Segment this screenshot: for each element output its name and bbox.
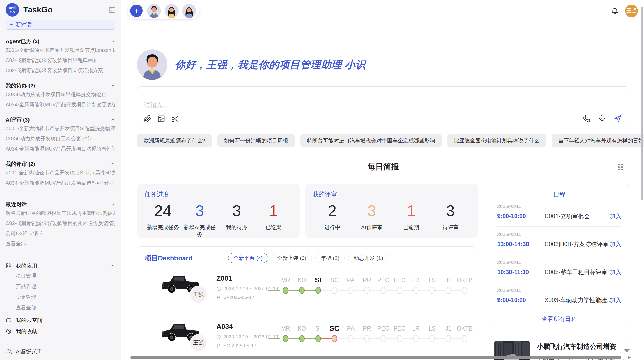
assistant-avatar-3[interactable] (182, 4, 196, 18)
send-icon[interactable] (614, 114, 622, 123)
new-chat-button[interactable]: + 新对话 (6, 20, 115, 30)
suggestion-chip[interactable]: 特朗普可能对进口汽车增税会对中国车企造成哪些影响 (300, 134, 442, 147)
view-all-apps[interactable]: 查看全部... (6, 302, 115, 313)
view-all-schedule-link[interactable]: 查看所有日程 (497, 315, 621, 323)
favorites-badge-icon (6, 328, 12, 334)
stat-in-progress: 2 进行中 (313, 201, 352, 231)
notification-bell-icon[interactable] (611, 7, 619, 15)
cloud-space-icon (6, 317, 12, 323)
insert-image-icon[interactable] (157, 115, 165, 123)
list-item[interactable]: C02-飞腾新能源轻客改款项目里程碑画布 (6, 55, 115, 65)
list-item[interactable]: 公司Q3轻卡销量 (6, 228, 115, 238)
section-header[interactable]: 我的评审 (2) (6, 160, 115, 168)
join-button[interactable]: 加入 (610, 296, 621, 304)
milestone-label: SC (326, 276, 343, 285)
list-item[interactable]: C02-飞腾新能源轻客改款项目的闭环通告反馈情况 (6, 218, 115, 228)
chevron-up-icon[interactable] (110, 39, 115, 44)
flag-icon (216, 343, 221, 348)
milestone-label: SI (310, 324, 326, 333)
project-info: Z001 2023-12-19 ~ 2027-01-19 SI-2025-05-… (216, 275, 278, 300)
filter-model-year[interactable]: 年型 (2) (315, 253, 345, 263)
list-item[interactable]: Z001-全新燃油轻卡产品开发项目SI造型提交物评审 (6, 123, 115, 133)
sidebar-item-cloud-space[interactable]: 我的云空间 (6, 314, 115, 326)
milestone-dot (380, 287, 386, 294)
milestone-label: KO (294, 324, 310, 333)
chevron-up-icon[interactable] (110, 161, 115, 167)
scroll-right-arrow[interactable] (628, 356, 631, 359)
filter-powertrain[interactable]: 动总开发 (1) (348, 253, 388, 263)
app-link-change-mgmt[interactable]: 变更管理 (6, 292, 115, 302)
vertical-scrollbar[interactable] (641, 7, 643, 200)
project-dashboard-card: 项目Dashboard 全新平台 (4) 全新上装 (3) 年型 (2) 动总开… (137, 246, 478, 360)
news-title: 小鹏飞行汽车制造公司增资 (537, 342, 624, 351)
assistant-avatar-1[interactable] (147, 4, 161, 18)
stat-ai-pre-review: 3 AI预评审 (352, 201, 391, 231)
list-item[interactable]: 解释最新出台的欧盟报废车法规再生塑料比例被调至15%... (6, 208, 115, 218)
section-my-review: 我的评审 (2) Z001-全新燃油轻卡产品开发项目SI节点属性5D文件评审 A… (6, 160, 115, 188)
horizontal-scrollbar[interactable] (130, 356, 621, 359)
schedule-item: 2025/03/11 9:00-10:00 X003-车辆动力学性能验... 加… (497, 282, 621, 310)
collapse-sidebar-icon[interactable] (108, 6, 116, 14)
my-reviews-card: 我的评审 2 进行中 3 AI预评审 (305, 184, 478, 238)
list-item[interactable]: C0X4-动力总成开发项目工程变更评审 (6, 133, 115, 144)
list-item[interactable]: Z001-全新燃油轻卡产品开发项目SI节点属性5D文件评审 (6, 168, 115, 178)
section-header[interactable]: Agent已办 (3) (6, 38, 115, 45)
sidebar-item-favorites[interactable]: 我的收藏 (6, 326, 115, 337)
chat-input[interactable] (144, 101, 563, 112)
schedule-time: 9:00-10:00 (497, 213, 538, 220)
milestone-label-current: SI (310, 276, 326, 285)
section-header[interactable]: 最近对话 (6, 201, 115, 208)
app-link-product-mgmt[interactable]: 产品管理 (6, 281, 115, 292)
milestone-dot (380, 335, 386, 342)
add-assistant-button[interactable] (129, 4, 143, 18)
assistant-avatar-2[interactable] (165, 4, 179, 18)
help-write-label: 帮我写作 (16, 359, 37, 360)
section-title: 我的评审 (2) (6, 160, 35, 168)
chevron-up-icon[interactable] (110, 202, 115, 207)
list-item[interactable]: C0X4-动力总成开发项目SI里程碑提交物检查 (6, 89, 115, 99)
plus-icon (133, 7, 140, 14)
stat-value: 3 (218, 201, 255, 221)
filter-new-platform[interactable]: 全新平台 (4) (228, 253, 268, 263)
suggestion-chip[interactable]: 欧洲新规最近颁布了什么? (137, 134, 212, 147)
join-button[interactable]: 加入 (610, 240, 621, 248)
suggestion-chip[interactable]: 当下年轻人对汽车外观有怎样的喜好趋势 (552, 134, 644, 147)
suggestion-chip[interactable]: 如何写一份清晰的项目周报 (217, 134, 295, 147)
project-row-z001[interactable]: 王强 Z001 2023-12-19 ~ 2027-01-19 SI-2025-… (145, 271, 470, 311)
join-button[interactable]: 加入 (610, 268, 621, 276)
list-item[interactable]: A034-全新新能源MUV产品开发项目法规符合性评审 (6, 144, 115, 154)
new-chat-label: 新对话 (16, 21, 32, 28)
scissors-icon[interactable] (171, 115, 179, 123)
list-item[interactable]: C02-飞腾新能源轻客改款项目立项汇报方案 (6, 65, 115, 76)
schedule-time: 10:30-11:30 (497, 269, 538, 276)
join-button[interactable]: 加入 (610, 212, 621, 220)
project-row-a034[interactable]: 王强 A034 2023-12-19 ~ 2026-01-19 SC-2025-… (145, 319, 470, 359)
voice-call-icon[interactable] (582, 114, 590, 123)
list-item[interactable]: Z001-全新燃油皮卡产品开发项目SI节点Lesson Learn报告 (6, 45, 115, 55)
scroll-down-arrow[interactable] (624, 349, 630, 352)
stat-pending-review: 3 待评审 (431, 201, 470, 231)
section-header[interactable]: 我的待办 (2) (6, 82, 115, 89)
divider (6, 343, 115, 343)
chevron-up-icon[interactable] (110, 117, 115, 122)
stat-value: 2 (313, 201, 352, 221)
my-reviews-title: 我的评审 (313, 190, 470, 198)
list-item[interactable]: A034-全新新能源MUV产品开发项目计划变更表编写 (6, 99, 115, 110)
view-all-chats[interactable]: 查看全部... (6, 238, 115, 249)
sidebar-item-help-write[interactable]: 帮我写作 (6, 357, 115, 360)
section-header[interactable]: AI评审 (3) (6, 116, 115, 123)
suggestion-chip[interactable]: 比亚迪全固态电池计划具体说了什么 (447, 134, 546, 147)
list-item[interactable]: A034-全新新能源MUV产品开发项目造型可行性评审 (6, 178, 115, 188)
user-avatar[interactable]: 王强 (625, 5, 638, 17)
chevron-up-icon[interactable] (110, 83, 115, 88)
my-apps-header[interactable]: 我的应用 (6, 262, 115, 270)
app-link-project-mgmt[interactable]: 项目管理 (6, 270, 115, 281)
microphone-icon[interactable] (598, 114, 606, 123)
users-icon (6, 348, 12, 354)
sidebar-item-ai-employee[interactable]: AI超级员工 (6, 346, 115, 357)
layout-grid-icon[interactable] (617, 164, 624, 170)
attachment-icon[interactable] (144, 115, 151, 123)
chevron-up-icon[interactable] (110, 263, 115, 268)
main-content: 你好，王强，我是你的项目管理助理 小识 欧洲新规最近颁布了什么? 如何写一份清晰… (121, 0, 644, 360)
filter-new-body[interactable]: 全新上装 (3) (272, 253, 312, 263)
